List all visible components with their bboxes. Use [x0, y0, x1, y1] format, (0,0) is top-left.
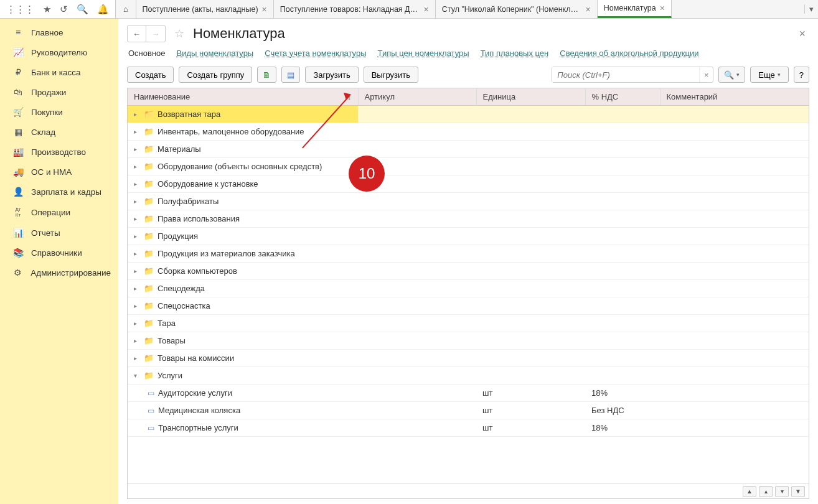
apps-icon[interactable]: ⋮⋮⋮: [6, 4, 34, 15]
col-name[interactable]: Наименование↓: [128, 88, 358, 106]
sidebar-icon: 👤: [12, 187, 24, 197]
expand-icon[interactable]: ▸: [134, 233, 140, 240]
table-row[interactable]: ▸📁Возвратная тара: [128, 106, 809, 123]
sidebar-label: ОС и НМА: [31, 167, 72, 177]
create-button[interactable]: Создать: [127, 67, 174, 83]
expand-icon[interactable]: ▸: [134, 320, 140, 327]
close-icon[interactable]: ×: [660, 3, 665, 13]
sidebar-item-4[interactable]: 🛒Покупки: [0, 102, 118, 122]
close-icon[interactable]: ×: [586, 4, 591, 14]
scroll-bottom-icon[interactable]: ▼: [791, 486, 805, 497]
more-button[interactable]: Еще▾: [750, 67, 788, 83]
table-row[interactable]: ▸📁Оборудование (объекты основных средств…: [128, 158, 809, 175]
sidebar-item-5[interactable]: ▦Склад: [0, 122, 118, 142]
expand-icon[interactable]: ▸: [134, 146, 140, 152]
sidebar-item-1[interactable]: 📈Руководителю: [0, 42, 118, 62]
list-icon-button[interactable]: ▤: [281, 67, 300, 83]
expand-icon[interactable]: ▸: [134, 355, 140, 362]
history-icon[interactable]: ↺: [60, 4, 68, 15]
subnav-2[interactable]: Счета учета номенклатуры: [265, 49, 366, 58]
sidebar-icon: ▦: [12, 127, 24, 137]
expand-icon[interactable]: ▾: [134, 372, 140, 379]
forward-button[interactable]: →: [146, 26, 165, 42]
sidebar-item-3[interactable]: 🛍Продажи: [0, 82, 118, 102]
folder-icon: 📁: [144, 301, 154, 310]
table-row[interactable]: ▸📁Спецодежда: [128, 280, 809, 297]
subnav-3[interactable]: Типы цен номенклатуры: [378, 49, 469, 58]
expand-icon[interactable]: ▸: [134, 337, 140, 344]
sidebar-item-8[interactable]: 👤Зарплата и кадры: [0, 182, 118, 202]
tab-1[interactable]: Поступление товаров: Накладная ДКБП-0000…: [274, 0, 436, 18]
sidebar-item-7[interactable]: 🚚ОС и НМА: [0, 162, 118, 182]
table-row[interactable]: ▸📁Продукция из материалов заказчика: [128, 245, 809, 263]
table-row[interactable]: ▸📁Продукция: [128, 228, 809, 245]
table-row[interactable]: ▸📁Полуфабрикаты: [128, 193, 809, 210]
expand-icon[interactable]: ▸: [134, 163, 140, 170]
folder-icon: 📁: [144, 127, 154, 136]
table-row[interactable]: ▸📁Товары на комиссии: [128, 350, 809, 367]
sidebar-item-0[interactable]: ≡Главное: [0, 22, 118, 42]
search-input[interactable]: [552, 67, 699, 82]
folder-icon: 📁: [144, 319, 154, 328]
sidebar-item-9[interactable]: Дт КтОперации: [0, 202, 118, 223]
expand-icon[interactable]: ▸: [134, 268, 140, 274]
sidebar-item-6[interactable]: 🏭Производство: [0, 142, 118, 162]
table-row[interactable]: ▸📁Товары: [128, 332, 809, 350]
subnav-0[interactable]: Основное: [128, 49, 166, 58]
scroll-up-icon[interactable]: ▴: [759, 486, 773, 497]
table-row[interactable]: ▭Транспортные услугишт18%: [128, 419, 809, 437]
expand-icon[interactable]: ▸: [134, 180, 140, 187]
subnav-4[interactable]: Тип плановых цен: [481, 49, 549, 58]
expand-icon[interactable]: ▸: [134, 128, 140, 135]
table-row[interactable]: ▭Аудиторские услугишт18%: [128, 385, 809, 402]
expand-icon[interactable]: ▸: [134, 302, 140, 309]
scroll-down-icon[interactable]: ▾: [775, 486, 789, 497]
close-page-icon[interactable]: ×: [799, 27, 809, 40]
search-dropdown-button[interactable]: 🔍▾: [718, 67, 745, 83]
scroll-top-icon[interactable]: ▲: [743, 486, 756, 497]
tab-home[interactable]: ⌂: [116, 0, 136, 18]
help-button[interactable]: ?: [794, 67, 809, 83]
bell-icon[interactable]: 🔔: [97, 4, 109, 15]
expand-icon[interactable]: ▸: [134, 198, 140, 205]
col-unit[interactable]: Единица: [476, 88, 585, 106]
expand-icon[interactable]: ▸: [134, 111, 140, 118]
col-vat[interactable]: % НДС: [585, 88, 660, 106]
load-button[interactable]: Загрузить: [305, 67, 358, 83]
close-icon[interactable]: ×: [262, 4, 267, 14]
table-row[interactable]: ▸📁Оборудование к установке: [128, 175, 809, 193]
tabs-dropdown[interactable]: ▾: [804, 4, 818, 14]
expand-icon[interactable]: ▸: [134, 285, 140, 292]
search-icon[interactable]: 🔍: [77, 4, 88, 15]
close-icon[interactable]: ×: [424, 4, 429, 14]
sidebar-item-11[interactable]: 📚Справочники: [0, 243, 118, 263]
table-row[interactable]: ▸📁Инвентарь, малоценное оборудование: [128, 123, 809, 141]
create-group-button[interactable]: Создать группу: [179, 67, 252, 83]
table-row[interactable]: ▾📁Услуги: [128, 367, 809, 385]
favorite-icon[interactable]: ☆: [174, 27, 184, 40]
table-row[interactable]: ▸📁Права использования: [128, 210, 809, 228]
subnav-5[interactable]: Сведения об алкогольной продукции: [560, 49, 698, 58]
table-row[interactable]: ▸📁Спецоснастка: [128, 297, 809, 315]
star-icon[interactable]: ★: [43, 4, 51, 15]
back-button[interactable]: ←: [128, 26, 146, 42]
col-comment[interactable]: Комментарий: [660, 88, 809, 106]
clear-search-icon[interactable]: ×: [699, 67, 713, 82]
sidebar-item-10[interactable]: 📊Отчеты: [0, 223, 118, 243]
table-row[interactable]: ▸📁Тара: [128, 315, 809, 332]
table-row[interactable]: ▭Медицинская коляскаштБез НДС: [128, 402, 809, 419]
expand-icon[interactable]: ▸: [134, 250, 140, 257]
col-article[interactable]: Артикул: [358, 88, 476, 106]
subnav-1[interactable]: Виды номенклатуры: [177, 49, 254, 58]
row-name: Инвентарь, малоценное оборудование: [157, 127, 304, 136]
table-row[interactable]: ▸📁Сборка компьютеров: [128, 263, 809, 280]
sidebar-item-12[interactable]: ⚙Администрирование: [0, 263, 118, 282]
expand-icon[interactable]: ▸: [134, 215, 140, 222]
table-row[interactable]: ▸📁Материалы: [128, 141, 809, 158]
tab-3[interactable]: Номенклатура×: [598, 0, 672, 18]
sidebar-item-2[interactable]: ₽Банк и касса: [0, 62, 118, 82]
tab-0[interactable]: Поступление (акты, накладные)×: [136, 0, 274, 18]
copy-icon-button[interactable]: 🗎: [257, 67, 276, 83]
tab-2[interactable]: Стул "Николай Коперник" (Номенклатура)×: [436, 0, 598, 18]
unload-button[interactable]: Выгрузить: [364, 67, 418, 83]
